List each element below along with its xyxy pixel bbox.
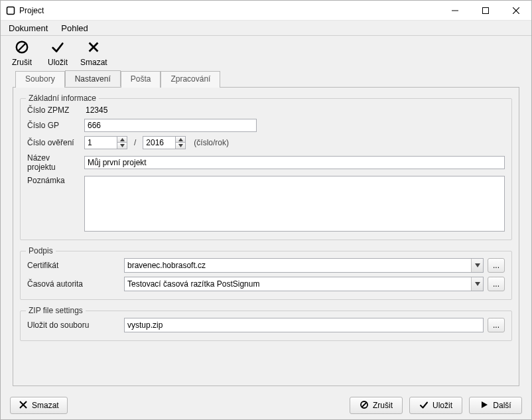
textarea-poznamka[interactable] — [84, 176, 505, 232]
label-ulozit-do-souboru: Uložit do souboru — [27, 320, 120, 330]
label-cislo-zpmz: Číslo ZPMZ — [27, 105, 80, 115]
label-nazev-projektu: Název projektu — [27, 153, 80, 172]
toolbar-smazat-label: Smazat — [80, 58, 107, 67]
tab-panel-nastaveni: Základní informace Číslo ZPMZ 12345 Čísl… — [13, 87, 519, 386]
bottom-bar: Smazat Zrušit Uložit Další — [1, 391, 531, 419]
toolbar-ulozit-label: Uložit — [48, 58, 68, 67]
cancel-icon — [15, 40, 29, 56]
window-title: Project — [19, 6, 440, 15]
footer-smazat-label: Smazat — [32, 401, 59, 410]
tab-nastaveni[interactable]: Nastavení — [65, 70, 121, 87]
svg-marker-9 — [120, 138, 125, 141]
menu-dokument[interactable]: Dokument — [6, 22, 50, 35]
group-zip-settings: ZIP file settings Uložit do souboru ... — [20, 311, 512, 341]
menubar: Dokument Pohled — [1, 21, 531, 35]
spin-ov-year-value[interactable] — [143, 137, 175, 149]
check-icon — [419, 400, 429, 411]
label-certifikat: Certifikát — [27, 261, 120, 270]
footer-dalsi-label: Další — [493, 401, 511, 410]
tab-zpracovani[interactable]: Zpracování — [161, 71, 220, 88]
content-area: Soubory Nastavení Pošta Zpracování Zákla… — [1, 70, 531, 391]
chevron-down-icon[interactable] — [471, 277, 483, 291]
toolbar-zrusit[interactable]: Zrušit — [9, 40, 35, 67]
footer-zrusit-label: Zrušit — [373, 401, 393, 410]
browse-zip-button[interactable]: ... — [488, 318, 505, 332]
group-podpis-legend: Podpis — [26, 246, 56, 255]
combo-casova-autorita[interactable]: Testovací časová razítka PostSignum — [124, 277, 484, 291]
spin-down-icon[interactable] — [175, 143, 185, 149]
cancel-icon — [360, 400, 369, 411]
toolbar-zrusit-label: Zrušit — [12, 58, 32, 67]
main-window: Project Dokument Pohled Zrušit Uložit — [0, 0, 532, 420]
svg-rect-2 — [483, 7, 489, 13]
svg-marker-19 — [482, 401, 488, 408]
delete-x-icon — [86, 40, 101, 56]
combo-casova-text: Testovací časová razítka PostSignum — [125, 277, 471, 291]
app-icon — [6, 6, 15, 15]
delete-x-icon — [19, 400, 28, 411]
group-zip-legend: ZIP file settings — [26, 306, 86, 315]
footer-dalsi-button[interactable]: Další — [469, 397, 522, 414]
svg-rect-0 — [7, 7, 15, 14]
tab-soubory[interactable]: Soubory — [15, 71, 65, 88]
combo-certifikat[interactable]: bravenec.hobrasoft.cz — [124, 258, 484, 273]
play-icon — [480, 400, 489, 411]
combo-certifikat-text: bravenec.hobrasoft.cz — [125, 259, 471, 272]
tabs: Soubory Nastavení Pošta Zpracování — [15, 70, 519, 87]
input-zip-path[interactable] — [124, 318, 484, 332]
spin-up-icon[interactable] — [175, 137, 185, 143]
value-cislo-zpmz: 12345 — [84, 105, 107, 115]
menu-pohled[interactable]: Pohled — [58, 22, 90, 35]
footer-ulozit-button[interactable]: Uložit — [409, 397, 462, 414]
svg-marker-13 — [475, 263, 480, 267]
svg-marker-12 — [178, 144, 183, 147]
spin-up-icon[interactable] — [117, 137, 127, 143]
footer-ulozit-label: Uložit — [432, 401, 452, 410]
titlebar: Project — [1, 1, 531, 21]
input-cislo-gp[interactable] — [84, 119, 257, 132]
svg-marker-11 — [178, 138, 183, 141]
svg-marker-10 — [120, 144, 125, 147]
spin-ov-year[interactable] — [143, 136, 186, 149]
group-info-legend: Základní informace — [26, 94, 99, 103]
svg-line-6 — [19, 44, 26, 51]
svg-line-18 — [362, 402, 367, 407]
label-cislo-gp: Číslo GP — [27, 121, 80, 130]
maximize-button[interactable] — [470, 1, 501, 21]
check-icon — [50, 40, 65, 56]
spin-down-icon[interactable] — [117, 143, 127, 149]
label-cislo-overeni: Číslo ověření — [27, 138, 80, 147]
label-casova-autorita: Časová autorita — [27, 279, 120, 289]
ov-separator: / — [134, 138, 136, 147]
minimize-button[interactable] — [440, 1, 470, 21]
svg-marker-14 — [475, 282, 480, 286]
chevron-down-icon[interactable] — [471, 259, 483, 272]
footer-zrusit-button[interactable]: Zrušit — [350, 397, 403, 414]
spin-ov-num[interactable] — [84, 136, 127, 149]
browse-certifikat-button[interactable]: ... — [488, 258, 505, 273]
ov-hint: (číslo/rok) — [194, 138, 229, 147]
footer-smazat-button[interactable]: Smazat — [10, 397, 68, 414]
input-nazev-projektu[interactable] — [84, 156, 505, 169]
toolbar: Zrušit Uložit Smazat — [1, 36, 531, 70]
label-poznamka: Poznámka — [27, 176, 80, 185]
browse-casova-button[interactable]: ... — [488, 277, 505, 291]
group-zakladni-informace: Základní informace Číslo ZPMZ 12345 Čísl… — [20, 98, 512, 240]
tab-posta[interactable]: Pošta — [121, 71, 161, 88]
spin-ov-num-value[interactable] — [85, 137, 117, 149]
toolbar-smazat[interactable]: Smazat — [80, 40, 107, 67]
close-button[interactable] — [501, 1, 531, 21]
toolbar-ulozit[interactable]: Uložit — [44, 40, 71, 67]
group-podpis: Podpis Certifikát bravenec.hobrasoft.cz … — [20, 251, 512, 300]
